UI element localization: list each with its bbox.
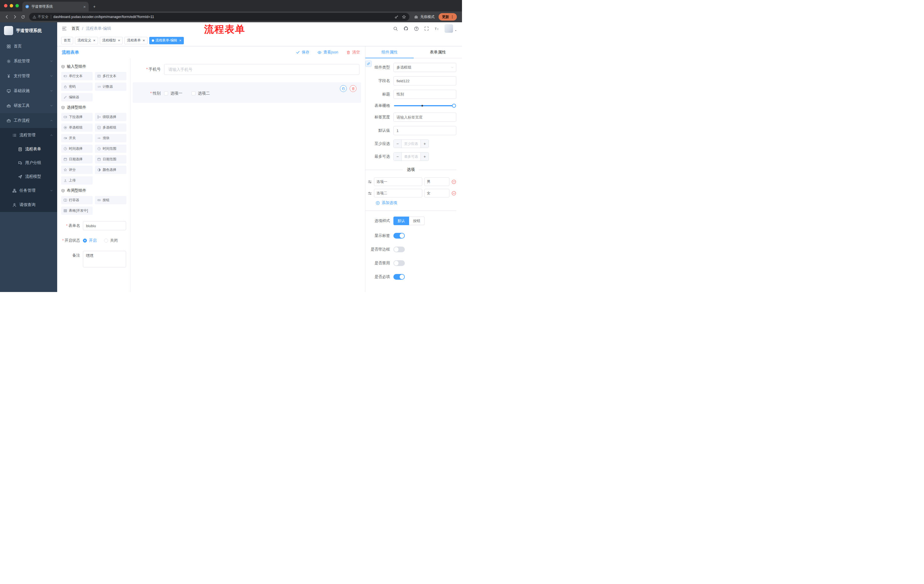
component-item[interactable]: 按钮 <box>95 196 126 204</box>
tag-1[interactable]: 首页 <box>61 37 73 44</box>
reload-icon[interactable] <box>19 13 27 21</box>
tag-close-icon[interactable]: × <box>179 39 182 42</box>
decrease-button[interactable]: − <box>394 140 402 148</box>
sidebar-item-9[interactable]: 用户分组 <box>0 156 57 170</box>
hamburger-icon[interactable] <box>62 26 67 31</box>
key-icon[interactable] <box>394 15 399 19</box>
toggle-switch[interactable] <box>393 274 405 280</box>
component-item[interactable]: 下拉选择 <box>61 113 92 121</box>
sidebar-item-8[interactable]: 流程表单 <box>0 142 57 156</box>
default-value-input[interactable] <box>393 126 456 135</box>
title-input[interactable] <box>393 90 456 99</box>
component-type-value[interactable] <box>393 63 456 72</box>
gender-option-2[interactable]: 选项二 <box>191 91 210 96</box>
toggle-switch[interactable] <box>393 247 405 252</box>
component-item[interactable]: 上传 <box>61 176 92 184</box>
browser-tab[interactable]: 芋道管理系统 × <box>22 2 89 12</box>
component-item[interactable]: 编辑器 <box>61 93 92 102</box>
tab-close-icon[interactable]: × <box>83 5 86 9</box>
style-default-button[interactable]: 默认 <box>393 217 409 225</box>
copy-field-button[interactable] <box>340 85 347 92</box>
form-canvas[interactable]: *手机号 *性别 选项一选项二 <box>130 58 365 292</box>
view-json-button[interactable]: 查看json <box>317 50 338 55</box>
component-item[interactable]: 开关 <box>61 134 92 142</box>
tag-5[interactable]: 流程表单-编辑× <box>149 37 184 44</box>
component-item[interactable]: 单行文本 <box>61 72 92 80</box>
back-icon[interactable] <box>3 13 11 21</box>
sidebar-item-11[interactable]: 任务管理 <box>0 183 57 198</box>
delete-field-button[interactable] <box>350 85 356 92</box>
increase-button[interactable]: + <box>421 153 429 161</box>
bookmark-star-icon[interactable] <box>402 15 406 19</box>
sidebar-item-1[interactable]: 首页 <box>0 39 57 54</box>
save-button[interactable]: 保存 <box>296 50 309 55</box>
tag-2[interactable]: 流程定义× <box>75 37 98 44</box>
tag-3[interactable]: 流程模型× <box>100 37 123 44</box>
style-button-button[interactable]: 按钮 <box>409 217 424 225</box>
component-item[interactable]: 行容器 <box>61 196 92 204</box>
option-label-input[interactable] <box>374 189 422 197</box>
canvas-field-phone[interactable]: *手机号 <box>133 63 361 76</box>
remove-option-icon[interactable] <box>451 191 456 196</box>
help-icon[interactable] <box>414 26 419 31</box>
component-item[interactable]: 表格[开发中] <box>61 207 92 215</box>
sidebar-item-6[interactable]: 工作流程 <box>0 113 57 128</box>
component-item[interactable]: 单选框组 <box>61 123 92 132</box>
component-item[interactable]: 评分 <box>61 166 92 174</box>
option-label-input[interactable] <box>374 178 422 186</box>
grid-slider[interactable] <box>394 105 454 106</box>
fullscreen-icon[interactable] <box>424 26 429 31</box>
maximize-window-button[interactable] <box>15 4 19 7</box>
tag-close-icon[interactable]: × <box>93 39 96 42</box>
form-name-input[interactable] <box>83 221 126 230</box>
sidebar-item-10[interactable]: 流程模型 <box>0 170 57 183</box>
tab-form-props[interactable]: 表单属性 <box>414 46 462 58</box>
component-item[interactable]: 多行文本 <box>95 72 126 80</box>
decrease-button[interactable]: − <box>394 153 402 161</box>
option-value-input[interactable] <box>424 189 449 197</box>
minimize-window-button[interactable] <box>10 4 13 7</box>
component-item[interactable]: 滑块 <box>95 134 126 142</box>
phone-input[interactable] <box>164 64 360 75</box>
component-type-select[interactable] <box>393 63 456 72</box>
search-icon[interactable] <box>393 26 398 31</box>
checkbox-box-icon[interactable] <box>191 91 196 95</box>
github-icon[interactable] <box>403 26 409 31</box>
field-name-input[interactable] <box>393 76 456 86</box>
component-item[interactable]: 时间选择 <box>61 145 92 153</box>
label-width-input[interactable] <box>393 113 456 122</box>
status-radio-2[interactable]: 关闭 <box>104 236 118 245</box>
user-avatar[interactable] <box>445 24 457 33</box>
component-item[interactable]: 时间范围 <box>95 145 126 153</box>
sidebar-item-3[interactable]: 支付管理 <box>0 69 57 84</box>
remove-option-icon[interactable] <box>451 179 456 184</box>
gender-option-1[interactable]: 选项一 <box>164 91 182 96</box>
update-button[interactable]: 更新 <box>439 13 457 21</box>
canvas-field-gender-selected[interactable]: *性别 选项一选项二 <box>133 82 361 103</box>
component-item[interactable]: 123计数器 <box>95 82 126 91</box>
checkbox-box-icon[interactable] <box>164 91 168 95</box>
component-item[interactable]: 日期选择 <box>61 155 92 163</box>
tag-close-icon[interactable]: × <box>118 39 120 42</box>
component-item[interactable]: 日期范围 <box>95 155 126 163</box>
sidebar-item-7[interactable]: 流程管理 <box>0 128 57 142</box>
tag-4[interactable]: 流程表单× <box>124 37 147 44</box>
close-window-button[interactable] <box>4 4 7 7</box>
form-remark-textarea[interactable]: 嘿嘿 <box>83 251 126 267</box>
sidebar-item-12[interactable]: 请假查询 <box>0 198 57 212</box>
new-tab-button[interactable]: + <box>90 3 98 11</box>
breadcrumb-home[interactable]: 首页 <box>71 26 79 31</box>
slider-handle[interactable] <box>452 104 456 108</box>
forward-icon[interactable] <box>11 13 19 21</box>
sidebar-item-2[interactable]: 系统管理 <box>0 54 57 69</box>
font-size-icon[interactable]: TT <box>434 26 439 31</box>
add-option-button[interactable]: 添加选项 <box>376 200 456 206</box>
tag-close-icon[interactable]: × <box>143 39 145 42</box>
toggle-switch[interactable] <box>393 233 405 239</box>
link-icon[interactable] <box>365 61 372 67</box>
menu-dots-icon[interactable] <box>450 15 454 19</box>
increase-button[interactable]: + <box>421 140 429 148</box>
component-item[interactable]: 级联选择 <box>95 113 126 121</box>
tab-component-props[interactable]: 组件属性 <box>365 46 414 58</box>
clear-button[interactable]: 清空 <box>346 50 360 55</box>
